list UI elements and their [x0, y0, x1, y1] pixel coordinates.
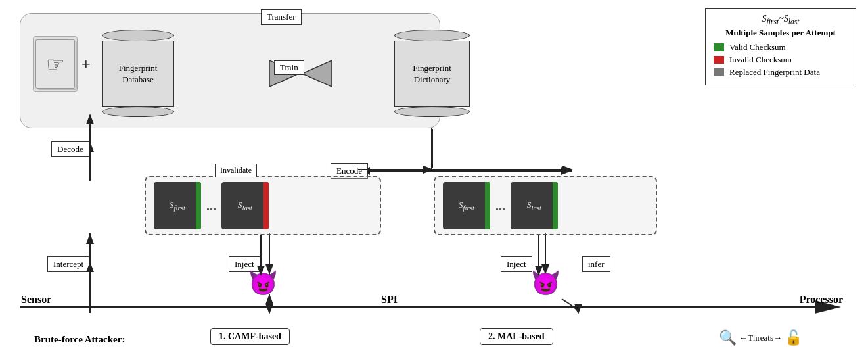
inject2-label: Inject — [501, 256, 532, 272]
s-last-container-left: Slast Invalidate — [221, 182, 269, 229]
lock-icon: 🔓 — [785, 329, 802, 346]
brute-force-label: Brute-force Attacker: — [34, 334, 125, 345]
mal-label: 2. MAL-based — [480, 328, 553, 345]
valid-color — [714, 43, 724, 51]
legend-title: Sfirst~Slast — [714, 14, 848, 26]
processor-label: Processor — [800, 294, 843, 306]
s-last-box-right: Slast — [511, 182, 558, 229]
transfer-label: Transfer — [261, 9, 302, 25]
invalid-color — [714, 56, 724, 64]
legend-box: Sfirst~Slast Multiple Samples per Attemp… — [705, 8, 856, 85]
green-bar-right — [485, 182, 490, 229]
fingerprint-icon: ☞ — [46, 52, 65, 77]
invalidate-label: Invalidate — [215, 164, 257, 177]
dots-right: ... — [495, 199, 505, 214]
legend-valid: Valid Checksum — [714, 42, 848, 53]
fingerprint-database: Fingerprint Database — [102, 30, 174, 117]
legend-invalid: Invalid Checksum — [714, 55, 848, 65]
green-bar-right2 — [553, 182, 558, 229]
plus-icon: + — [81, 55, 91, 73]
s-first-box-right: Sfirst — [443, 182, 490, 229]
fp-database-label: Fingerprint Database — [103, 63, 173, 85]
spi-label: SPI — [381, 294, 398, 306]
fingerprint-threat-icon: 🔍 — [719, 329, 737, 346]
infer-label: infer — [582, 256, 610, 272]
train-label: Train — [274, 60, 304, 75]
red-bar-left — [263, 182, 269, 229]
legend-subtitle: Multiple Samples per Attempt — [714, 28, 848, 38]
green-bar-left — [196, 182, 201, 229]
camf-label: 1. CAMF-based — [210, 328, 290, 345]
threats-area: 🔍 ←Threats→ 🔓 — [719, 329, 802, 346]
s-first-box-left: Sfirst — [154, 182, 201, 229]
intercept-label: Intercept — [47, 256, 89, 272]
legend-replaced: Replaced Fingerprint Data — [714, 67, 848, 78]
sensor-label: Sensor — [21, 294, 51, 306]
fingerprint-dictionary: FingerprintDictionary — [394, 30, 470, 117]
decode-label: Decode — [51, 141, 89, 157]
replaced-color — [714, 68, 724, 76]
spi-arrow — [13, 291, 854, 317]
svg-marker-16 — [302, 60, 332, 87]
left-sample-group: Sfirst ... Slast Invalidate — [145, 176, 381, 235]
dots-left: ... — [206, 199, 216, 214]
s-last-box-left: Slast — [221, 182, 269, 229]
fingerprint-plus: ☞ + — [33, 36, 91, 92]
diagram-container: ☞ + Fingerprint Database Train Fingerpri… — [0, 0, 868, 353]
right-sample-group: Sfirst ... Slast — [434, 176, 657, 235]
threats-label: ←Threats→ — [739, 333, 782, 343]
fp-dictionary-label: FingerprintDictionary — [413, 63, 451, 85]
